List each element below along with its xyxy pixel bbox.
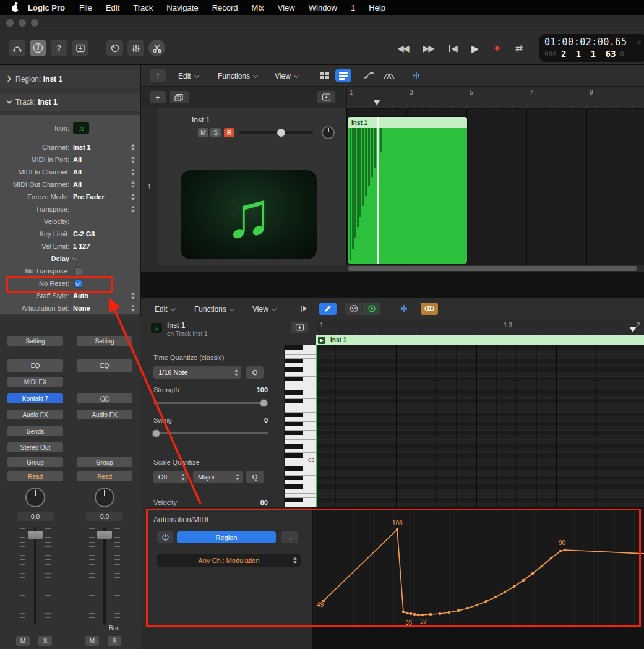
setting-button[interactable]: Setting bbox=[77, 336, 132, 346]
slider-handle[interactable] bbox=[260, 399, 268, 407]
scale-root-select[interactable]: Off bbox=[153, 471, 188, 483]
stepper-icon[interactable] bbox=[131, 155, 135, 165]
stepper-icon[interactable] bbox=[131, 291, 135, 301]
view-menu[interactable]: View bbox=[275, 71, 298, 82]
piano-key[interactable] bbox=[285, 471, 316, 475]
bounce-label[interactable]: Bnc bbox=[109, 625, 119, 632]
eq-button[interactable]: EQ bbox=[7, 359, 63, 372]
automation-parameter-select[interactable]: Any Ch.: Modulation bbox=[157, 554, 301, 567]
capture-recording-button[interactable] bbox=[363, 303, 380, 315]
rewind-button[interactable]: ◀◀ bbox=[397, 43, 408, 53]
menu-file[interactable]: File bbox=[72, 3, 99, 12]
automation-mode-button[interactable]: Region bbox=[177, 531, 276, 543]
param-row-midi-in-channel[interactable]: MIDI In Channel: All bbox=[0, 166, 140, 178]
forward-button[interactable]: ▶▶ bbox=[423, 43, 434, 53]
view-menu[interactable]: View bbox=[252, 304, 276, 315]
param-row-freeze-mode[interactable]: Freeze Mode: Pre Fader bbox=[0, 191, 140, 203]
solo-button[interactable]: S bbox=[108, 636, 121, 646]
pan-knob[interactable] bbox=[25, 488, 45, 507]
inspector-button[interactable]: i bbox=[30, 40, 46, 56]
midi-fx-button[interactable]: MIDI FX bbox=[7, 377, 63, 387]
piano-key[interactable] bbox=[285, 385, 316, 390]
midi-region[interactable]: Inst 1 bbox=[348, 117, 467, 264]
piano-key[interactable] bbox=[285, 466, 316, 471]
editor-bar-ruler[interactable]: 1 1 3 2 bbox=[316, 319, 644, 335]
param-row-no-reset[interactable]: No Reset: bbox=[0, 277, 140, 290]
duplicate-track-button[interactable] bbox=[170, 91, 189, 103]
smart-controls-button[interactable] bbox=[106, 40, 123, 56]
piano-key[interactable] bbox=[285, 363, 316, 367]
go-to-beginning-button[interactable]: ◀ bbox=[449, 43, 457, 53]
group-button[interactable]: Group bbox=[77, 457, 132, 467]
quick-help-button[interactable]: ? bbox=[51, 40, 67, 56]
piano-key[interactable] bbox=[285, 413, 316, 417]
grid-view-button[interactable] bbox=[317, 69, 333, 82]
minimize-button[interactable] bbox=[19, 19, 26, 27]
fader-handle[interactable] bbox=[97, 531, 112, 539]
piano-key[interactable] bbox=[285, 440, 316, 444]
piano-key[interactable] bbox=[285, 422, 316, 426]
track-header[interactable]: Inst 1 M S R ♫ bbox=[158, 108, 346, 265]
editor-region-bar[interactable]: ▶ Inst 1 bbox=[316, 335, 644, 345]
output-button[interactable]: Stereo Out bbox=[7, 442, 63, 452]
apple-menu-icon[interactable] bbox=[11, 3, 19, 12]
pan-knob[interactable] bbox=[95, 488, 114, 507]
scale-name-select[interactable]: Major bbox=[193, 471, 243, 483]
piano-key[interactable] bbox=[285, 484, 316, 489]
piano-key[interactable] bbox=[285, 444, 316, 449]
piano-key[interactable] bbox=[285, 395, 316, 399]
piano-key[interactable] bbox=[285, 381, 316, 385]
horizontal-scrollbar[interactable] bbox=[141, 265, 644, 272]
volume-fader[interactable] bbox=[18, 527, 53, 625]
piano-key[interactable] bbox=[285, 350, 316, 354]
volume-slider-handle[interactable] bbox=[277, 129, 285, 137]
playhead-marker-icon[interactable] bbox=[629, 327, 637, 336]
piano-key[interactable] bbox=[285, 399, 316, 403]
piano-key[interactable] bbox=[285, 435, 316, 439]
menu-window[interactable]: Window bbox=[302, 3, 344, 12]
piano-key[interactable] bbox=[285, 345, 316, 350]
close-button[interactable] bbox=[6, 19, 14, 27]
scrollbar-thumb[interactable] bbox=[348, 266, 637, 271]
scroll-up-button[interactable]: ↑ bbox=[150, 69, 166, 82]
stepper-icon[interactable] bbox=[131, 303, 135, 314]
setting-button[interactable]: Setting bbox=[7, 336, 63, 346]
mixer-button[interactable] bbox=[127, 40, 144, 56]
piano-key[interactable] bbox=[285, 403, 316, 408]
menu-mix[interactable]: Mix bbox=[245, 3, 271, 12]
audio-fx-button[interactable]: Audio FX bbox=[77, 410, 132, 419]
menu-view[interactable]: View bbox=[271, 3, 302, 12]
track-record-enable-button[interactable]: R bbox=[224, 128, 234, 137]
cycle-button[interactable]: ⇄ bbox=[515, 43, 523, 54]
functions-menu[interactable]: Functions bbox=[194, 304, 234, 315]
automation-mode-button[interactable]: Read bbox=[7, 471, 63, 481]
audio-fx-button[interactable]: Audio FX bbox=[7, 410, 63, 419]
piano-key[interactable] bbox=[285, 489, 316, 494]
quantize-apply-button[interactable]: Q bbox=[246, 366, 264, 379]
volume-fader[interactable] bbox=[87, 527, 122, 625]
track-volume-slider[interactable] bbox=[239, 131, 313, 134]
flex-button[interactable] bbox=[408, 69, 424, 82]
flex-button[interactable] bbox=[396, 303, 412, 315]
pencil-tool-button[interactable] bbox=[319, 303, 337, 315]
piano-key[interactable] bbox=[285, 417, 316, 421]
stepper-icon[interactable] bbox=[131, 204, 135, 215]
stepper-icon[interactable] bbox=[131, 179, 135, 190]
menu-record[interactable]: Record bbox=[205, 3, 245, 12]
add-track-button[interactable]: + bbox=[150, 91, 166, 103]
piano-key[interactable] bbox=[285, 367, 316, 372]
app-menu[interactable]: Logic Pro bbox=[28, 3, 65, 12]
arrange-grid[interactable]: Inst 1 bbox=[346, 108, 644, 265]
no-reset-checkbox[interactable] bbox=[74, 280, 82, 288]
catch-playhead-button[interactable] bbox=[296, 303, 312, 315]
track-icon[interactable]: ♫ bbox=[73, 122, 89, 134]
param-row-staff-style[interactable]: Staff Style: Auto bbox=[0, 290, 140, 302]
piano-key[interactable] bbox=[285, 462, 316, 466]
swing-slider[interactable] bbox=[153, 432, 268, 434]
piano-key[interactable] bbox=[285, 494, 316, 498]
scale-quantize-apply-button[interactable]: Q bbox=[246, 471, 264, 483]
piano-key[interactable] bbox=[285, 390, 316, 395]
track-inspector-header[interactable]: Track: Inst 1 bbox=[0, 93, 140, 111]
window-splitter[interactable] bbox=[141, 272, 644, 298]
automation-mode-button[interactable]: Read bbox=[77, 471, 132, 481]
